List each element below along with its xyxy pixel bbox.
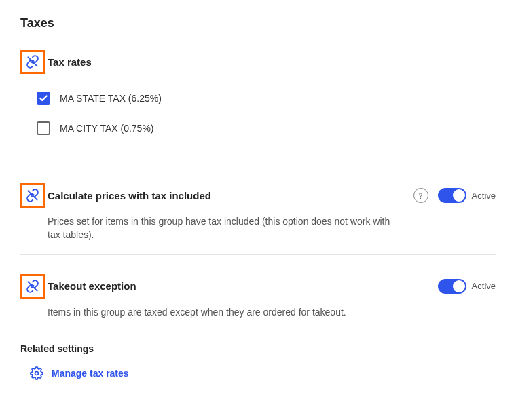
tax-included-description: Prices set for items in this group have … [48, 214, 401, 242]
takeout-toggle[interactable] [438, 279, 466, 294]
related-settings-title: Related settings [20, 343, 496, 354]
toggle-state-label: Active [472, 281, 496, 291]
tax-rate-item: MA STATE TAX (6.25%) [37, 92, 496, 105]
override-icon-tax-included[interactable] [20, 183, 45, 208]
override-icon-tax-rates[interactable] [20, 50, 45, 74]
page-title: Taxes [20, 16, 496, 31]
tax-rate-label: MA CITY TAX (0.75%) [60, 123, 154, 134]
section-takeout-exception: Takeout exception Active Items in this g… [20, 274, 496, 331]
gear-icon [30, 366, 43, 380]
tax-rate-label: MA STATE TAX (6.25%) [60, 93, 162, 104]
tax-included-title: Calculate prices with tax included [48, 190, 211, 202]
unlink-icon [26, 280, 39, 293]
override-icon-takeout[interactable] [20, 274, 45, 299]
related-settings: Related settings Manage tax rates [20, 343, 496, 380]
tax-rates-list: MA STATE TAX (6.25%) MA CITY TAX (0.75%) [20, 92, 496, 135]
section-tax-rates: Tax rates MA STATE TAX (6.25%) MA CITY T… [20, 50, 496, 164]
unlink-icon [26, 189, 39, 202]
help-icon[interactable]: ? [413, 188, 428, 203]
check-icon [39, 94, 48, 103]
takeout-description: Items in this group are taxed except whe… [48, 305, 401, 319]
svg-point-3 [35, 371, 39, 375]
takeout-title: Takeout exception [48, 280, 136, 292]
toggle-state-label: Active [472, 191, 496, 201]
manage-tax-rates-label: Manage tax rates [52, 368, 129, 379]
tax-rates-title: Tax rates [48, 56, 92, 68]
tax-checkbox-city[interactable] [37, 121, 50, 135]
manage-tax-rates-link[interactable]: Manage tax rates [20, 366, 496, 380]
tax-included-toggle[interactable] [438, 188, 466, 203]
section-tax-included: Calculate prices with tax included ? Act… [20, 183, 496, 255]
unlink-icon [26, 55, 39, 69]
tax-rate-item: MA CITY TAX (0.75%) [37, 121, 496, 135]
tax-checkbox-state[interactable] [37, 92, 50, 105]
